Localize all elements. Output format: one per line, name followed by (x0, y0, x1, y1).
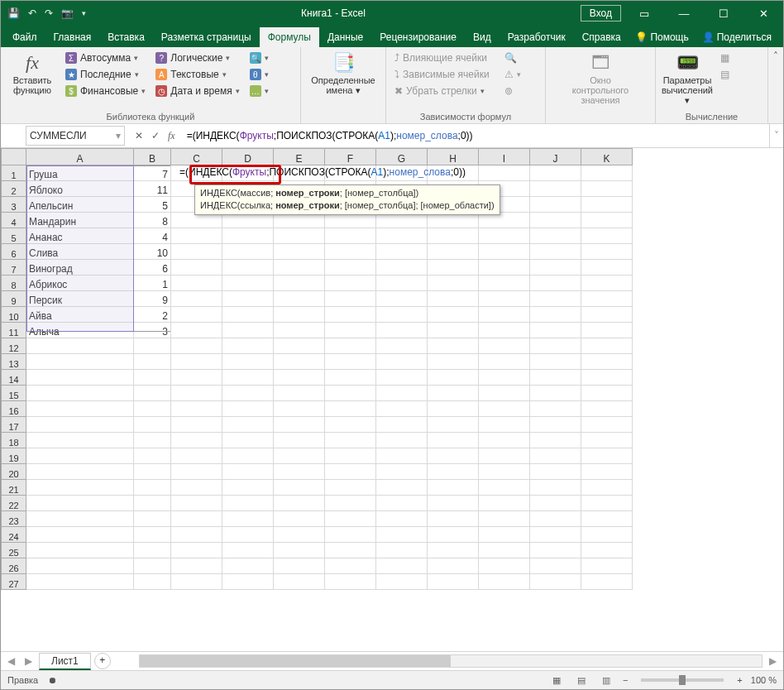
cell[interactable] (222, 558, 274, 574)
cell[interactable] (26, 574, 134, 590)
maximize-button[interactable]: ☐ (707, 7, 740, 20)
row-header[interactable]: 16 (2, 401, 26, 417)
cell[interactable] (171, 276, 222, 291)
cell[interactable] (428, 464, 479, 480)
cell[interactable] (428, 165, 479, 181)
camera-icon[interactable]: 📷 (61, 7, 74, 19)
cell[interactable] (581, 480, 633, 496)
cell[interactable] (479, 527, 530, 543)
cell[interactable] (134, 448, 171, 464)
cell[interactable] (325, 307, 376, 323)
cell[interactable] (274, 480, 325, 496)
cell[interactable] (530, 307, 581, 323)
cell[interactable] (581, 370, 633, 386)
cell[interactable] (325, 338, 376, 354)
cell[interactable] (325, 244, 376, 260)
cell[interactable] (171, 338, 222, 354)
cell[interactable] (171, 291, 222, 307)
cell[interactable] (581, 197, 633, 213)
cell[interactable]: 4 (134, 228, 171, 244)
cell[interactable]: 7 (134, 165, 171, 181)
cell[interactable] (376, 558, 428, 574)
cell[interactable] (171, 417, 222, 433)
cell[interactable] (479, 543, 530, 558)
cell[interactable] (222, 338, 274, 354)
cell[interactable] (479, 464, 530, 480)
cell[interactable] (274, 417, 325, 433)
row-header[interactable]: 26 (2, 558, 26, 574)
zoom-out-button[interactable]: − (623, 675, 628, 685)
cell[interactable] (581, 496, 633, 511)
cell[interactable] (26, 511, 134, 527)
text-button[interactable]: AТекстовые (152, 67, 242, 82)
cell[interactable] (479, 558, 530, 574)
cell[interactable] (581, 244, 633, 260)
cell[interactable] (428, 558, 479, 574)
cell[interactable] (479, 244, 530, 260)
cell[interactable] (581, 527, 633, 543)
cell[interactable] (274, 464, 325, 480)
cell[interactable] (530, 197, 581, 213)
cell[interactable] (222, 276, 274, 291)
cell[interactable]: 2 (134, 307, 171, 323)
cell[interactable] (530, 213, 581, 228)
cell[interactable] (428, 291, 479, 307)
column-header[interactable]: K (581, 149, 633, 165)
cell[interactable] (325, 228, 376, 244)
tab-insert[interactable]: Вставка (99, 27, 153, 47)
cell[interactable] (581, 464, 633, 480)
cell[interactable]: 5 (134, 197, 171, 213)
cell[interactable] (376, 260, 428, 276)
cell[interactable] (428, 370, 479, 386)
cell[interactable] (428, 527, 479, 543)
cell[interactable] (171, 448, 222, 464)
column-header[interactable]: B (134, 149, 171, 165)
cell[interactable] (222, 354, 274, 370)
cell[interactable] (530, 480, 581, 496)
cell[interactable] (376, 511, 428, 527)
autosum-button[interactable]: ΣАвтосумма (62, 50, 149, 65)
cell[interactable] (376, 291, 428, 307)
cell[interactable] (26, 464, 134, 480)
cell[interactable] (222, 291, 274, 307)
cell[interactable] (325, 370, 376, 386)
cell[interactable] (530, 448, 581, 464)
cell[interactable] (479, 401, 530, 417)
cell[interactable] (428, 307, 479, 323)
cell[interactable]: Персик (26, 291, 134, 307)
logical-button[interactable]: ?Логические (152, 50, 242, 65)
cell[interactable] (222, 307, 274, 323)
cell[interactable] (274, 386, 325, 401)
trace-precedents-button[interactable]: ⤴Влияющие ячейки (391, 50, 493, 65)
view-normal-button[interactable]: ▦ (548, 675, 565, 686)
cell[interactable] (26, 433, 134, 448)
cell[interactable] (581, 354, 633, 370)
evaluate-button[interactable]: ⊚ (501, 84, 524, 98)
cell[interactable] (274, 574, 325, 590)
column-header[interactable]: I (479, 149, 530, 165)
cell[interactable] (134, 558, 171, 574)
cell[interactable] (581, 291, 633, 307)
cell[interactable]: Апельсин (26, 197, 134, 213)
cell[interactable] (274, 338, 325, 354)
view-page-break-button[interactable]: ▥ (598, 675, 614, 686)
cell[interactable] (325, 480, 376, 496)
cell[interactable] (171, 244, 222, 260)
cell[interactable] (428, 480, 479, 496)
cell[interactable] (171, 558, 222, 574)
cell[interactable] (26, 401, 134, 417)
cell[interactable] (274, 558, 325, 574)
cell[interactable] (479, 165, 530, 181)
cell[interactable] (274, 511, 325, 527)
row-header[interactable]: 9 (2, 291, 26, 307)
macro-record-icon[interactable]: ⏺ (48, 675, 57, 685)
sheet-tab-1[interactable]: Лист1 (39, 653, 91, 670)
cell[interactable] (274, 260, 325, 276)
cell[interactable] (530, 276, 581, 291)
row-header[interactable]: 12 (2, 338, 26, 354)
row-header[interactable]: 14 (2, 370, 26, 386)
cell[interactable] (134, 464, 171, 480)
cell[interactable] (134, 511, 171, 527)
cell[interactable]: 9 (134, 291, 171, 307)
cell[interactable] (479, 370, 530, 386)
